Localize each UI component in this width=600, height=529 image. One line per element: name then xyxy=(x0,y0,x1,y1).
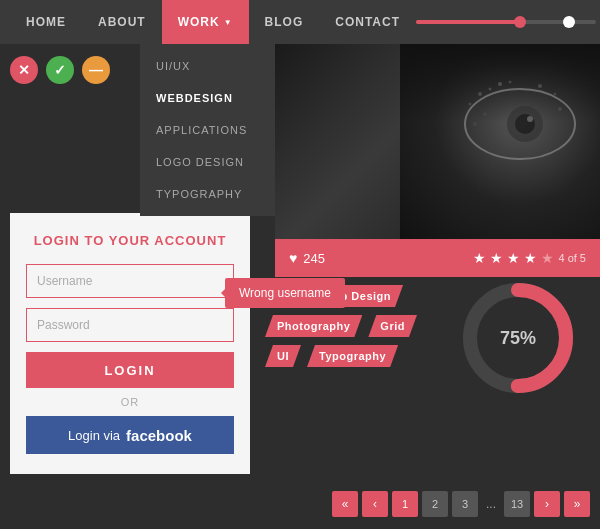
minimize-button[interactable]: — xyxy=(82,56,110,84)
login-button[interactable]: LOGIN xyxy=(26,352,234,388)
pagination-page-3[interactable]: 3 xyxy=(452,491,478,517)
heart-icon: ♥ xyxy=(289,250,297,266)
hero-silhouette xyxy=(400,44,600,239)
star-2: ★ xyxy=(490,250,503,266)
tag-photography[interactable]: Photography xyxy=(265,315,362,337)
login-panel: LOGIN TO YOUR ACCOUNT LOGIN OR Login via… xyxy=(10,213,250,474)
slider-thumb[interactable] xyxy=(514,16,526,28)
tags-row-2: Photography Grid xyxy=(265,315,440,337)
tag-grid[interactable]: Grid xyxy=(368,315,417,337)
dropdown-typography[interactable]: TYPOGRAPHY xyxy=(140,178,275,210)
nav-home[interactable]: HOME xyxy=(10,0,82,44)
pagination-first[interactable]: « xyxy=(332,491,358,517)
donut-label: 75% xyxy=(500,328,536,349)
dropdown-logodesign[interactable]: LOGO DESIGN xyxy=(140,146,275,178)
star-4: ★ xyxy=(524,250,537,266)
donut-chart: 75% xyxy=(458,278,578,398)
dropdown-webdesign[interactable]: WEBDESIGN xyxy=(140,82,275,114)
error-tooltip: Wrong username xyxy=(225,278,345,308)
slider-area xyxy=(416,20,596,24)
svg-point-9 xyxy=(538,84,542,88)
svg-point-11 xyxy=(558,107,562,111)
svg-point-5 xyxy=(489,88,492,91)
svg-point-8 xyxy=(509,81,512,84)
star-5: ★ xyxy=(541,250,554,266)
face-svg xyxy=(400,44,600,239)
top-navigation: HOME ABOUT WORK BLOG CONTACT xyxy=(0,0,600,44)
svg-point-10 xyxy=(554,93,557,96)
svg-point-3 xyxy=(527,116,533,122)
svg-point-6 xyxy=(469,103,472,106)
close-button[interactable]: ✕ xyxy=(10,56,38,84)
slider-thumb2[interactable] xyxy=(563,16,575,28)
check-button[interactable]: ✓ xyxy=(46,56,74,84)
pagination-next[interactable]: › xyxy=(534,491,560,517)
nav-work[interactable]: WORK xyxy=(162,0,249,44)
fb-bold-text: facebook xyxy=(126,427,192,444)
star-1: ★ xyxy=(473,250,486,266)
nav-blog[interactable]: BLOG xyxy=(249,0,320,44)
star-3: ★ xyxy=(507,250,520,266)
window-controls: ✕ ✓ — xyxy=(10,56,110,84)
pagination-last[interactable]: 13 xyxy=(504,491,530,517)
svg-point-4 xyxy=(478,92,482,96)
slider-track[interactable] xyxy=(416,20,596,24)
or-divider: OR xyxy=(26,396,234,408)
like-section: ♥ 245 xyxy=(289,250,325,266)
password-input[interactable] xyxy=(26,308,234,342)
dropdown-applications[interactable]: APPLICATIONS xyxy=(140,114,275,146)
stars-section: ★ ★ ★ ★ ★ 4 of 5 xyxy=(473,250,586,266)
tags-row-3: UI Typography xyxy=(265,345,440,367)
pagination-last-arrow[interactable]: » xyxy=(564,491,590,517)
pagination: « ‹ 1 2 3 ... 13 › » xyxy=(332,491,590,517)
svg-point-7 xyxy=(498,82,502,86)
pagination-page-1[interactable]: 1 xyxy=(392,491,418,517)
pagination-dots: ... xyxy=(482,497,500,511)
fb-login-text: Login via xyxy=(68,428,120,443)
nav-about[interactable]: ABOUT xyxy=(82,0,162,44)
username-input[interactable] xyxy=(26,264,234,298)
login-title: LOGIN TO YOUR ACCOUNT xyxy=(26,233,234,248)
of-text: 4 of 5 xyxy=(558,252,586,264)
tag-ui[interactable]: UI xyxy=(265,345,301,367)
svg-point-13 xyxy=(473,122,477,126)
like-count: 245 xyxy=(303,251,325,266)
pagination-prev[interactable]: ‹ xyxy=(362,491,388,517)
like-bar: ♥ 245 ★ ★ ★ ★ ★ 4 of 5 xyxy=(275,239,600,277)
hero-photo xyxy=(275,44,600,239)
dropdown-uiux[interactable]: UI/UX xyxy=(140,50,275,82)
tag-typography[interactable]: Typography xyxy=(307,345,398,367)
dropdown-menu: UI/UX WEBDESIGN APPLICATIONS LOGO DESIGN… xyxy=(140,44,275,216)
hero-image xyxy=(275,44,600,239)
svg-point-12 xyxy=(484,113,487,116)
facebook-login-button[interactable]: Login via facebook xyxy=(26,416,234,454)
pagination-page-2[interactable]: 2 xyxy=(422,491,448,517)
slider-fill xyxy=(416,20,524,24)
nav-contact[interactable]: CONTACT xyxy=(319,0,416,44)
